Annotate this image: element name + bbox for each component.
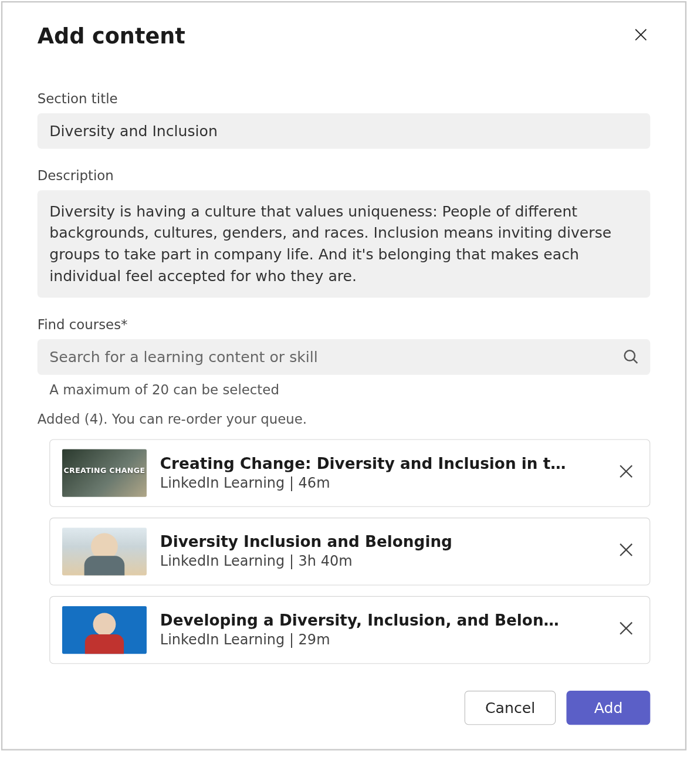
course-thumbnail <box>62 449 146 496</box>
description-label: Description <box>37 167 650 183</box>
description-group: Description Diversity is having a cultur… <box>37 167 650 297</box>
course-thumbnail <box>62 606 146 653</box>
course-title: Developing a Diversity, Inclusion, and B… <box>160 611 601 629</box>
find-courses-group: Find courses* A maximum of 20 can be sel… <box>37 316 650 397</box>
close-icon <box>618 464 633 479</box>
section-title-input[interactable] <box>37 113 650 149</box>
course-thumbnail <box>62 528 146 575</box>
add-content-dialog: Add content Section title Description Di… <box>1 1 686 750</box>
added-summary: Added (4). You can re-order your queue. <box>37 411 650 427</box>
course-info: Diversity Inclusion and Belonging Linked… <box>160 533 601 569</box>
find-courses-label: Find courses* <box>37 316 650 332</box>
close-icon <box>634 28 647 42</box>
remove-course-button[interactable] <box>614 459 637 486</box>
close-icon <box>618 621 633 636</box>
search-helper-text: A maximum of 20 can be selected <box>37 381 650 397</box>
description-textarea[interactable]: Diversity is having a culture that value… <box>37 190 650 297</box>
section-title-group: Section title <box>37 90 650 148</box>
course-card[interactable]: Creating Change: Diversity and Inclusion… <box>49 439 650 506</box>
close-button[interactable] <box>631 25 650 47</box>
dialog-footer: Cancel Add <box>37 691 650 725</box>
cancel-button[interactable]: Cancel <box>464 691 556 725</box>
close-icon <box>618 542 633 557</box>
remove-course-button[interactable] <box>614 538 637 565</box>
course-card[interactable]: Diversity Inclusion and Belonging Linked… <box>49 518 650 585</box>
dialog-header: Add content <box>37 23 650 49</box>
course-meta: LinkedIn Learning | 3h 40m <box>160 553 601 569</box>
course-title: Diversity Inclusion and Belonging <box>160 533 601 550</box>
course-info: Creating Change: Diversity and Inclusion… <box>160 455 601 491</box>
course-meta: LinkedIn Learning | 46m <box>160 475 601 491</box>
course-card[interactable]: Developing a Diversity, Inclusion, and B… <box>49 596 650 663</box>
remove-course-button[interactable] <box>614 616 637 643</box>
section-title-label: Section title <box>37 90 650 106</box>
course-title: Creating Change: Diversity and Inclusion… <box>160 455 601 472</box>
added-courses-list: Creating Change: Diversity and Inclusion… <box>37 439 650 664</box>
course-info: Developing a Diversity, Inclusion, and B… <box>160 611 601 648</box>
dialog-title: Add content <box>37 23 185 49</box>
search-input[interactable] <box>37 339 650 375</box>
course-meta: LinkedIn Learning | 29m <box>160 631 601 647</box>
search-wrap <box>37 339 650 375</box>
add-button[interactable]: Add <box>566 691 649 725</box>
